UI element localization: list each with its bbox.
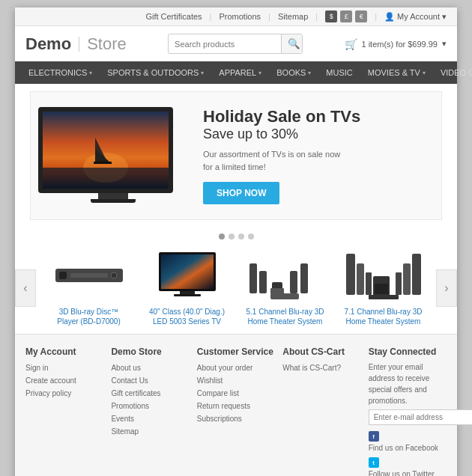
tv-screen <box>38 107 173 193</box>
page-wrapper: Gift Certificates | Promotions | Sitemap… <box>15 7 457 476</box>
footer-events-link[interactable]: Events <box>111 412 189 425</box>
logo-divider <box>79 37 79 52</box>
footer-create-account-link[interactable]: Create account <box>25 374 103 387</box>
email-input[interactable] <box>369 409 472 425</box>
footer-what-is-link[interactable]: What is CS-Cart? <box>282 361 360 374</box>
nav-videogames[interactable]: VIDEO GAMES▾ <box>433 61 472 84</box>
currency-gbp[interactable]: £ <box>340 10 352 22</box>
dot-3[interactable] <box>238 234 244 239</box>
logo-store: Store <box>87 34 127 54</box>
footer-gift-cert-link[interactable]: Gift certificates <box>111 387 189 400</box>
footer-about-link[interactable]: About us <box>111 361 189 374</box>
currency-usd[interactable]: $ <box>325 10 337 22</box>
facebook-link[interactable]: f Find us on Facebook <box>369 431 447 454</box>
shop-now-button[interactable]: SHOP NOW <box>203 182 279 204</box>
header: Demo Store 🔍 🛒 1 item(s) for $699.99 ▾ <box>15 26 457 61</box>
footer-stay-connected: Stay Connected Enter your email address … <box>369 347 447 476</box>
nav-sports[interactable]: SPORTS & OUTDOORS▾ <box>100 61 211 84</box>
twitter-label: Follow us on Twitter <box>369 470 435 476</box>
sitemap-link[interactable]: Sitemap <box>278 12 308 21</box>
footer-privacy-link[interactable]: Privacy policy <box>25 387 103 400</box>
nav-movies[interactable]: MOVIES & TV▾ <box>360 61 433 84</box>
footer-subscriptions-link[interactable]: Subscriptions <box>197 412 275 425</box>
hero-title: Holiday Sale on TVs <box>203 107 426 126</box>
currency-selector: $ £ € <box>325 10 367 22</box>
prev-products-button[interactable]: ‹ <box>15 269 36 307</box>
product-image-ledtv <box>150 250 225 302</box>
footer-order-link[interactable]: About your order <box>197 361 275 374</box>
svg-rect-29 <box>369 295 399 299</box>
stay-connected-desc: Enter your email address to receive spec… <box>369 361 447 406</box>
product-name-ledtv: 40" Class (40.0" Diag.) LED 5003 Series … <box>146 307 229 326</box>
nav-music[interactable]: MUSIC <box>318 61 360 84</box>
logo-demo: Demo <box>25 34 71 54</box>
svg-rect-8 <box>70 273 108 278</box>
search-box: 🔍 <box>168 34 303 54</box>
nav-books[interactable]: BOOKS▾ <box>269 61 318 84</box>
footer-columns: My Account Sign in Create account Privac… <box>25 347 447 476</box>
footer-about: About CS-Cart What is CS-Cart? <box>282 347 360 476</box>
next-products-button[interactable]: › <box>436 269 457 307</box>
svg-rect-18 <box>290 271 297 293</box>
twitter-link[interactable]: t Follow us on Twitter <box>369 457 447 476</box>
svg-rect-5 <box>94 162 112 164</box>
currency-eur[interactable]: € <box>355 10 367 22</box>
hero-text: Holiday Sale on TVs Save up to 30% Our a… <box>203 107 426 204</box>
hero-tv-image <box>38 107 188 204</box>
svg-rect-25 <box>375 284 388 294</box>
cart-label: 1 item(s) for $699.99 <box>362 40 438 49</box>
footer-returns-link[interactable]: Return requests <box>197 400 275 412</box>
promotions-link[interactable]: Promotions <box>219 12 261 21</box>
divider: | <box>210 12 212 21</box>
footer-contact-link[interactable]: Contact Us <box>111 374 189 387</box>
product-71ht[interactable]: 7.1 Channel Blu-ray 3D Home Theater Syst… <box>342 250 425 326</box>
footer-customer-service: Customer Service About your order Wishli… <box>197 347 275 476</box>
tv-base <box>91 199 136 203</box>
dot-2[interactable] <box>229 234 235 239</box>
hero-banner: Holiday Sale on TVs Save up to 30% Our a… <box>30 91 442 220</box>
cart-area[interactable]: 🛒 1 item(s) for $699.99 ▾ <box>345 38 447 50</box>
svg-rect-2 <box>43 168 169 189</box>
footer-customer-service-title: Customer Service <box>197 347 275 357</box>
product-ledtv[interactable]: 40" Class (40.0" Diag.) LED 5003 Series … <box>146 250 229 326</box>
product-name-71ht: 7.1 Channel Blu-ray 3D Home Theater Syst… <box>342 307 425 326</box>
footer-compare-link[interactable]: Compare list <box>197 387 275 400</box>
footer-promotions-link[interactable]: Promotions <box>111 400 189 412</box>
cart-chevron: ▾ <box>442 39 447 49</box>
banner-dots <box>22 228 450 242</box>
svg-rect-12 <box>180 291 195 294</box>
my-account-menu[interactable]: 👤 My Account ▾ <box>384 12 447 22</box>
social-links: f Find us on Facebook t Follow us on Twi… <box>369 431 447 476</box>
nav-apparel[interactable]: APPAREL▾ <box>211 61 269 84</box>
dot-1[interactable] <box>219 234 225 239</box>
nav-bar: ELECTRONICS▾ SPORTS & OUTDOORS▾ APPAREL▾… <box>15 61 457 84</box>
facebook-icon: f <box>369 431 379 442</box>
twitter-icon: t <box>369 457 379 468</box>
svg-rect-28 <box>412 254 421 295</box>
svg-rect-17 <box>270 288 284 294</box>
footer-sitemap-link[interactable]: Sitemap <box>111 425 189 438</box>
footer-my-account: My Account Sign in Create account Privac… <box>25 347 103 476</box>
product-bluray[interactable]: 3D Blu-ray Disc™ Player (BD-D7000) <box>48 250 130 326</box>
gift-certificates-link[interactable]: Gift Certificates <box>145 12 202 21</box>
footer-demo-store: Demo Store About us Contact Us Gift cert… <box>111 347 189 476</box>
product-51ht[interactable]: 5.1 Channel Blu-ray 3D Home Theater Syst… <box>244 250 327 326</box>
svg-rect-7 <box>59 272 67 279</box>
svg-rect-27 <box>403 263 411 295</box>
dot-4[interactable] <box>248 234 254 239</box>
svg-rect-23 <box>366 272 372 295</box>
svg-rect-13 <box>174 294 201 296</box>
nav-electronics[interactable]: ELECTRONICS▾ <box>21 61 100 84</box>
footer: My Account Sign in Create account Privac… <box>15 334 457 476</box>
svg-rect-11 <box>161 254 214 289</box>
search-input[interactable] <box>169 36 281 52</box>
logo[interactable]: Demo Store <box>25 34 127 54</box>
hero-subtitle: Save up to 30% <box>203 126 426 142</box>
cart-icon: 🛒 <box>345 38 357 50</box>
search-button[interactable]: 🔍 <box>281 34 303 53</box>
product-name-bluray: 3D Blu-ray Disc™ Player (BD-D7000) <box>48 307 130 326</box>
footer-wishlist-link[interactable]: Wishlist <box>197 374 275 387</box>
divider: | <box>268 12 270 21</box>
footer-signin-link[interactable]: Sign in <box>25 361 103 374</box>
products-section: ‹ 3D Blu-ray Disc™ Player (BD-D7000) <box>15 242 457 334</box>
